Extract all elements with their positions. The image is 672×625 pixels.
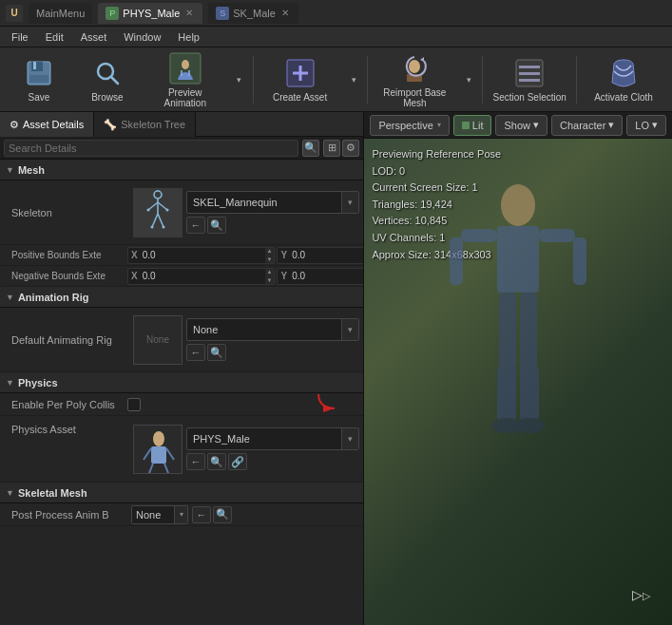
skeleton-dropdown-arrow[interactable]: ▾ <box>341 192 358 213</box>
pos-bounds-inputs: X ▲ ▼ Y ▲ ▼ <box>127 247 363 264</box>
svg-rect-1 <box>31 62 43 71</box>
anim-rig-section-header[interactable]: ▼ Animation Rig <box>0 287 363 308</box>
skel-icon: S <box>216 7 229 20</box>
menu-edit[interactable]: Edit <box>38 29 71 45</box>
viewport[interactable]: Previewing Reference Pose LOD: 0 Current… <box>364 139 672 625</box>
detail-content[interactable]: ▼ Mesh Skeleton <box>0 160 363 625</box>
skeleton-find-btn[interactable]: 🔍 <box>207 217 226 234</box>
neg-bounds-x-field[interactable]: X ▲ ▼ <box>127 268 275 285</box>
neg-bounds-x-input[interactable] <box>141 271 265 281</box>
reimport-button[interactable]: Reimport Base Mesh <box>372 51 457 108</box>
enable-poly-checkbox[interactable] <box>127 398 141 411</box>
pos-bounds-y-input[interactable] <box>290 250 363 260</box>
physics-asset-top: PHYS_Male ▾ ← 🔍 🔗 <box>133 425 359 474</box>
physics-thumbnail <box>133 425 182 474</box>
pos-bounds-label: Positive Bounds Exte <box>4 250 127 260</box>
skeletal-mesh-section-title: Skeletal Mesh <box>18 487 87 499</box>
perspective-button[interactable]: Perspective ▾ <box>370 115 449 136</box>
post-process-actions: ← 🔍 <box>192 506 232 523</box>
settings-button[interactable]: ⚙ <box>342 140 359 157</box>
pos-bounds-x-field[interactable]: X ▲ ▼ <box>127 247 275 264</box>
section-selection-button[interactable]: Section Selection <box>487 51 572 108</box>
create-dropdown[interactable]: ▾ <box>344 51 363 108</box>
skeleton-back-btn[interactable]: ← <box>186 217 205 234</box>
skeleton-row: Skeleton <box>0 180 363 245</box>
nx-up-btn[interactable]: ▲ <box>265 268 275 276</box>
svg-rect-41 <box>499 293 516 369</box>
nx-down-btn[interactable]: ▼ <box>265 276 275 285</box>
tab-sk-male[interactable]: S SK_Male ✕ <box>208 3 298 24</box>
physics-asset-selector[interactable]: PHYS_Male ▾ <box>186 427 359 450</box>
svg-point-23 <box>147 208 150 211</box>
create-asset-button[interactable]: Create Asset <box>258 51 343 108</box>
svg-point-29 <box>153 431 164 446</box>
sep1 <box>253 56 254 104</box>
reimport-dropdown[interactable]: ▾ <box>459 51 478 108</box>
skeletal-mesh-section-header[interactable]: ▼ Skeletal Mesh <box>0 483 363 503</box>
tab-sk-label: SK_Male <box>233 8 276 19</box>
svg-point-7 <box>182 60 189 69</box>
physics-section-header[interactable]: ▼ Physics <box>0 372 363 393</box>
tab-mainmenu[interactable]: MainMenu <box>29 3 92 24</box>
preview-animation-button[interactable]: Preview Animation <box>143 51 228 108</box>
activate-cloth-button[interactable]: Activate Cloth <box>581 51 666 108</box>
tab-sk-close[interactable]: ✕ <box>279 8 291 19</box>
tab-phys-male[interactable]: P PHYS_Male ✕ <box>98 3 202 24</box>
search-button[interactable]: 🔍 <box>302 140 319 157</box>
pos-bounds-x-input[interactable] <box>141 250 265 260</box>
show-button[interactable]: Show ▾ <box>495 115 547 136</box>
main-content: ⚙ Asset Details 🦴 Skeleton Tree 🔍 ⊞ ⚙ ▼ … <box>0 112 672 625</box>
anim-rig-find-btn[interactable]: 🔍 <box>207 344 226 361</box>
svg-rect-43 <box>497 365 516 422</box>
x-up-btn[interactable]: ▲ <box>265 247 275 256</box>
anim-rig-label: Default Animating Rig <box>4 334 127 346</box>
neg-bounds-y-input[interactable] <box>290 271 363 281</box>
anim-rig-thumbnail: None <box>133 315 182 365</box>
menu-file[interactable]: File <box>4 29 36 45</box>
pos-bounds-y-field[interactable]: Y ▲ ▼ <box>277 247 363 264</box>
grid-view-button[interactable]: ⊞ <box>323 140 340 157</box>
svg-point-17 <box>154 191 162 199</box>
save-button[interactable]: Save <box>6 51 72 108</box>
neg-bounds-y-field[interactable]: Y ▲ ▼ <box>277 268 363 285</box>
lit-button[interactable]: Lit <box>453 115 492 136</box>
physics-back-btn[interactable]: ← <box>186 453 205 470</box>
x-label: X <box>128 250 141 260</box>
physics-asset-dropdown[interactable]: ▾ <box>341 428 358 449</box>
tab-phys-close[interactable]: ✕ <box>183 8 195 19</box>
post-process-back-btn[interactable]: ← <box>192 506 211 523</box>
preview-dropdown[interactable]: ▾ <box>230 51 249 108</box>
post-process-value: None <box>132 509 174 521</box>
svg-rect-30 <box>151 446 166 464</box>
anim-rig-triangle: ▼ <box>6 293 14 302</box>
pos-bounds-row: Positive Bounds Exte X ▲ ▼ Y <box>0 245 363 266</box>
svg-line-20 <box>158 202 167 210</box>
anim-rig-dropdown-arrow[interactable]: ▾ <box>341 319 358 340</box>
character-button[interactable]: Character ▾ <box>551 115 623 136</box>
anim-rig-selector[interactable]: None ▾ <box>186 318 359 341</box>
tab-skeleton-tree[interactable]: 🦴 Skeleton Tree <box>94 112 196 137</box>
menu-asset[interactable]: Asset <box>73 29 115 45</box>
phys-icon: P <box>106 7 119 20</box>
character-arrow: ▾ <box>608 119 614 131</box>
post-process-label: Post Process Anim B <box>4 509 127 521</box>
post-process-dropdown[interactable]: None ▾ <box>131 505 188 524</box>
browse-icon <box>90 56 125 90</box>
search-input[interactable] <box>4 140 298 157</box>
post-process-arrow[interactable]: ▾ <box>174 505 187 524</box>
tab-phys-label: PHYS_Male <box>123 8 180 19</box>
post-process-find-btn[interactable]: 🔍 <box>213 506 232 523</box>
mesh-section-header[interactable]: ▼ Mesh <box>0 160 363 180</box>
physics-link-btn[interactable]: 🔗 <box>228 453 247 470</box>
tab-asset-details[interactable]: ⚙ Asset Details <box>0 112 94 137</box>
create-label: Create Asset <box>273 92 327 103</box>
x-down-btn[interactable]: ▼ <box>265 256 275 264</box>
physics-find-btn[interactable]: 🔍 <box>207 453 226 470</box>
skeleton-selector[interactable]: SKEL_Mannequin ▾ <box>186 191 359 214</box>
nx-label: X <box>128 271 141 281</box>
menu-help[interactable]: Help <box>170 29 207 45</box>
browse-button[interactable]: Browse <box>74 51 141 108</box>
lo-button[interactable]: LO ▾ <box>626 115 666 136</box>
anim-rig-back-btn[interactable]: ← <box>186 344 205 361</box>
menu-window[interactable]: Window <box>116 29 168 45</box>
